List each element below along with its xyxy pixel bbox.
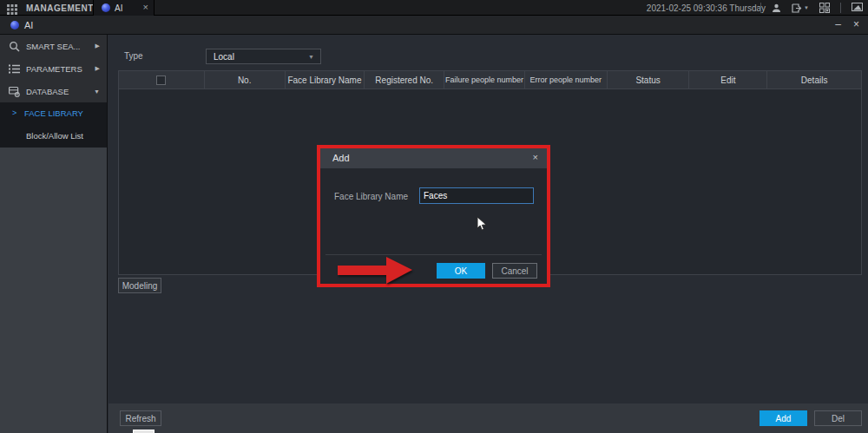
annotation-arrow	[338, 257, 411, 284]
mouse-cursor-icon	[477, 216, 487, 235]
database-icon	[9, 85, 20, 101]
column-header: Face Library Name	[286, 71, 365, 89]
chevron-down-icon: ▼	[94, 89, 100, 95]
window-title-bar: AI – ×	[0, 16, 868, 35]
monitor-icon[interactable]	[852, 3, 863, 13]
split-screen-icon[interactable]	[819, 3, 830, 13]
management-label[interactable]: MANAGEMENT	[26, 3, 94, 13]
select-all-checkbox[interactable]	[156, 75, 166, 85]
parameters-icon	[9, 62, 20, 78]
face-library-name-label: Face Library Name	[334, 192, 408, 201]
logout-icon[interactable]: ▼	[792, 3, 809, 13]
cancel-button[interactable]: Cancel	[492, 263, 537, 279]
smart-search-icon	[9, 40, 20, 56]
sidebar-item-label: DATABASE	[26, 87, 69, 96]
modeling-button[interactable]: Modeling	[118, 278, 161, 293]
column-header: Registered No.	[365, 71, 444, 89]
sidebar: SMART SEA... ▶ PARAMETERS ▶ DATABASE ▼ >	[0, 35, 108, 433]
ok-button[interactable]: OK	[437, 263, 485, 279]
logout-caret-icon: ▼	[804, 5, 809, 10]
minimize-icon[interactable]: –	[835, 18, 841, 30]
top-bar: MANAGEMENT AI × 2021-02-25 09:30:36 Thur…	[0, 0, 868, 16]
sidebar-subitem-label: Block/Allow List	[26, 131, 83, 141]
sidebar-item-label: SMART SEA...	[26, 42, 80, 51]
topbar-icon-group: ▼	[760, 0, 863, 16]
header-checkbox-cell	[119, 71, 205, 89]
del-button[interactable]: Del	[814, 410, 862, 426]
sidebar-item-smart-search[interactable]: SMART SEA... ▶	[0, 35, 107, 57]
tab-ai[interactable]: AI ×	[93, 0, 155, 16]
tab-close-icon[interactable]: ×	[143, 2, 148, 12]
chevron-right-icon: ▶	[95, 65, 100, 72]
column-header: Error people number	[525, 71, 608, 89]
column-header: Status	[608, 71, 690, 89]
type-label: Type	[124, 51, 143, 61]
close-icon[interactable]: ×	[853, 18, 859, 30]
type-dropdown-value: Local	[214, 52, 234, 62]
tab-ai-label: AI	[115, 3, 122, 13]
table-header-row: No. Face Library Name Registered No. Fai…	[118, 70, 862, 89]
type-dropdown[interactable]: Local ▼	[206, 49, 321, 64]
column-header: Failure people number	[444, 71, 525, 89]
sidebar-item-parameters[interactable]: PARAMETERS ▶	[0, 57, 107, 80]
sidebar-item-label: PARAMETERS	[26, 64, 82, 74]
datetime-display: 2021-02-25 09:30:36 Thursday	[647, 3, 766, 13]
dialog-close-icon[interactable]: ×	[533, 152, 538, 162]
column-header: Edit	[689, 71, 767, 89]
dialog-footer-divider	[326, 254, 542, 255]
ai-sphere-icon	[10, 21, 19, 30]
annotation-highlight-box: Add × Face Library Name OK Cancel	[317, 145, 550, 287]
column-header: Details	[767, 71, 861, 89]
face-library-name-input[interactable]	[419, 187, 534, 204]
chevron-down-icon: ▼	[308, 54, 314, 60]
chevron-right-icon: >	[12, 108, 16, 117]
divider	[760, 3, 761, 13]
add-dialog: Add × Face Library Name OK Cancel	[320, 148, 547, 284]
dialog-title: Add	[332, 153, 350, 163]
dialog-title-bar: Add ×	[320, 148, 547, 168]
column-header: No.	[205, 71, 286, 89]
cutoff-element	[133, 430, 155, 433]
sidebar-subitem-block-allow-list[interactable]: Block/Allow List	[0, 125, 107, 148]
divider	[840, 3, 841, 13]
refresh-button[interactable]: Refresh	[120, 410, 161, 426]
app-window: MANAGEMENT AI × 2021-02-25 09:30:36 Thur…	[0, 0, 868, 433]
window-title: AI	[24, 20, 33, 30]
sidebar-subitem-label: FACE LIBRARY	[24, 108, 83, 118]
ai-sphere-icon	[102, 3, 110, 12]
chevron-right-icon: ▶	[95, 43, 100, 49]
add-button[interactable]: Add	[760, 410, 807, 426]
sidebar-subitem-face-library[interactable]: > FACE LIBRARY	[0, 102, 107, 125]
user-icon[interactable]	[772, 3, 781, 13]
bottom-bar: Refresh Add Del	[108, 403, 868, 433]
sidebar-item-database[interactable]: DATABASE ▼	[0, 80, 107, 102]
